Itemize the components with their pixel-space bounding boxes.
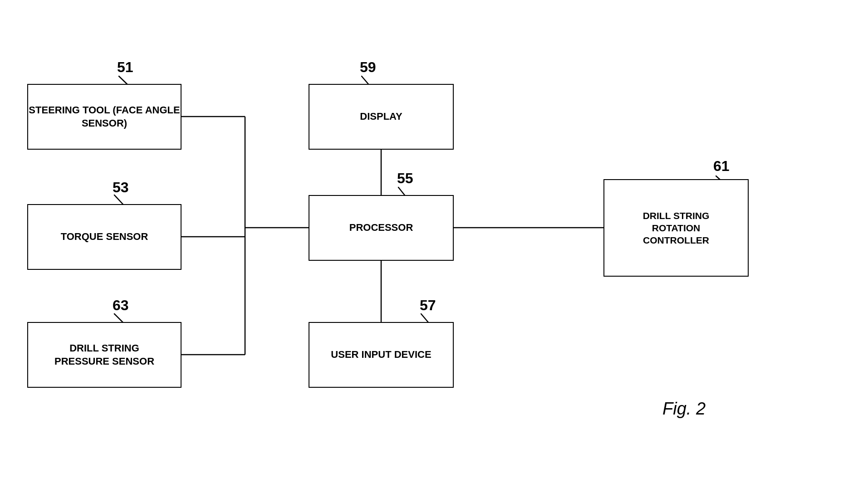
user-input-device-label: USER INPUT DEVICE [331,348,431,361]
ref-55: 55 [397,170,413,187]
figure-label: Fig. 2 [662,399,706,419]
steering-tool-box: STEERING TOOL (FACE ANGLE SENSOR) [27,84,181,150]
steering-tool-label: STEERING TOOL (FACE ANGLE SENSOR) [28,104,181,130]
ref-53: 53 [113,179,129,196]
user-input-device-box: USER INPUT DEVICE [309,322,454,388]
diagram-container: STEERING TOOL (FACE ANGLE SENSOR) TORQUE… [0,0,868,478]
ref-61: 61 [713,158,730,175]
drill-string-pressure-label: DRILL STRINGPRESSURE SENSOR [54,342,154,368]
processor-label: PROCESSOR [349,221,413,234]
processor-box: PROCESSOR [309,195,454,261]
torque-sensor-label: TORQUE SENSOR [61,230,148,244]
drill-string-pressure-box: DRILL STRINGPRESSURE SENSOR [27,322,181,388]
display-label: DISPLAY [360,110,402,123]
ref-51: 51 [117,59,133,76]
drill-string-rotation-box: DRILL STRINGROTATIONCONTROLLER [603,179,749,277]
torque-sensor-box: TORQUE SENSOR [27,204,181,270]
ref-59: 59 [360,59,376,76]
display-box: DISPLAY [309,84,454,150]
ref-57: 57 [420,297,436,314]
ref-63: 63 [113,297,129,314]
drill-string-rotation-label: DRILL STRINGROTATIONCONTROLLER [643,210,710,247]
